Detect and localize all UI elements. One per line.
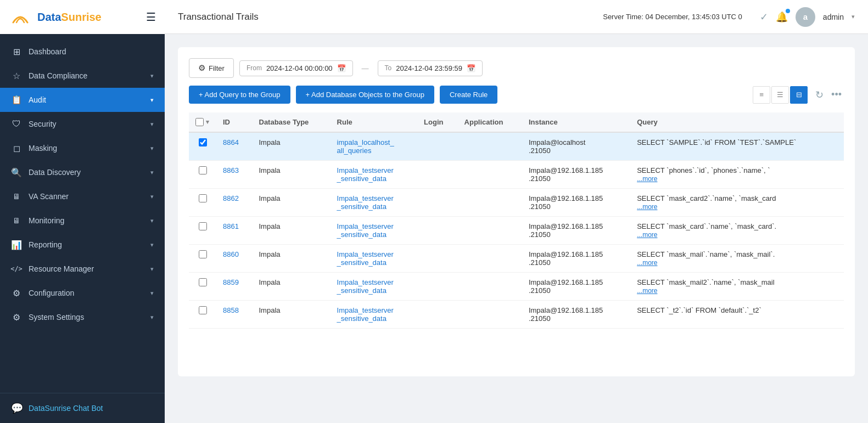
row-checkbox-cell xyxy=(189,132,216,161)
row-checkbox[interactable] xyxy=(199,222,207,230)
row-id[interactable]: 8860 xyxy=(216,245,253,273)
more-link[interactable]: ...more xyxy=(637,259,657,267)
row-rule[interactable]: Impala_testserver_sensitive_data xyxy=(331,273,418,301)
view-grid-icon[interactable]: ⊟ xyxy=(790,86,808,104)
more-link[interactable]: ...more xyxy=(637,203,657,211)
row-id[interactable]: 8861 xyxy=(216,217,253,245)
row-id[interactable]: 8859 xyxy=(216,273,253,301)
row-rule[interactable]: Impala_testserver_sensitive_data xyxy=(331,161,418,189)
row-rule-link[interactable]: Impala_testserver_sensitive_data xyxy=(337,250,394,267)
calendar-icon[interactable]: 📅 xyxy=(337,64,346,72)
row-id-link[interactable]: 8859 xyxy=(223,278,239,286)
sidebar-item-label: Security xyxy=(29,120,144,128)
more-options-icon[interactable]: ••• xyxy=(829,87,844,103)
sidebar-item-dashboard[interactable]: ⊞ Dashboard xyxy=(0,40,165,64)
sidebar-item-masking[interactable]: ◻ Masking ▾ xyxy=(0,136,165,160)
view-list-icon[interactable]: ≡ xyxy=(753,86,770,104)
view-compact-icon[interactable]: ☰ xyxy=(771,86,789,104)
more-link[interactable]: ...more xyxy=(637,175,657,183)
chevron-down-icon: ▾ xyxy=(150,193,154,200)
row-application xyxy=(458,132,522,161)
row-rule[interactable]: impala_localhost_all_queries xyxy=(331,132,418,161)
row-checkbox-cell xyxy=(189,245,216,273)
add-query-button[interactable]: + Add Query to the Group xyxy=(189,86,290,104)
row-checkbox[interactable] xyxy=(199,278,207,286)
refresh-icon[interactable]: ↻ xyxy=(813,87,826,103)
row-rule[interactable]: Impala_testserver_sensitive_data xyxy=(331,189,418,217)
chevron-down-icon: ▾ xyxy=(150,290,154,297)
row-login xyxy=(417,245,458,273)
sidebar-item-reporting[interactable]: 📊 Reporting ▾ xyxy=(0,233,165,257)
row-rule-link[interactable]: Impala_testserver_sensitive_data xyxy=(337,194,394,211)
row-instance: Impala@localhost.21050 xyxy=(522,132,630,161)
more-link[interactable]: ...more xyxy=(637,231,657,239)
sidebar-item-label: System Settings xyxy=(29,313,144,322)
sidebar-item-data-compliance[interactable]: ☆ Data Compliance ▾ xyxy=(0,64,165,88)
more-link[interactable]: ...more xyxy=(637,287,657,295)
row-rule-link[interactable]: Impala_testserver_sensitive_data xyxy=(337,166,394,183)
row-application xyxy=(458,189,522,217)
row-query: SELECT `_t2`.`id` FROM `default`.`_t2` xyxy=(630,301,844,329)
row-application xyxy=(458,217,522,245)
row-checkbox[interactable] xyxy=(199,194,207,202)
chatbot-link[interactable]: 💬 DataSunrise Chat Bot xyxy=(0,393,165,423)
logo-icon xyxy=(9,7,32,27)
row-rule-link[interactable]: Impala_testserver_sensitive_data xyxy=(337,278,394,295)
sidebar-item-monitoring[interactable]: 🖥 Monitoring ▾ xyxy=(0,208,165,233)
admin-chevron-icon[interactable]: ▾ xyxy=(852,13,855,20)
add-database-objects-button[interactable]: + Add Database Objects to the Group xyxy=(296,86,434,104)
admin-name[interactable]: admin xyxy=(823,13,844,21)
create-rule-button[interactable]: Create Rule xyxy=(440,86,497,104)
chatbot-label: DataSunrise Chat Bot xyxy=(29,404,103,413)
row-rule-link[interactable]: Impala_testserver_sensitive_data xyxy=(337,306,394,323)
sidebar-item-data-discovery[interactable]: 🔍 Data Discovery ▾ xyxy=(0,160,165,184)
row-id-link[interactable]: 8864 xyxy=(223,138,239,146)
select-all-checkbox[interactable] xyxy=(195,118,204,126)
row-checkbox[interactable] xyxy=(199,166,207,174)
row-instance: Impala@192.168.1.185.21050 xyxy=(522,301,630,329)
sidebar-item-audit[interactable]: 📋 Audit ▾ xyxy=(0,88,165,112)
row-instance: Impala@192.168.1.185.21050 xyxy=(522,273,630,301)
row-rule[interactable]: Impala_testserver_sensitive_data xyxy=(331,217,418,245)
row-rule[interactable]: Impala_testserver_sensitive_data xyxy=(331,301,418,329)
sidebar-toggle-icon[interactable]: ☰ xyxy=(146,10,156,24)
row-id[interactable]: 8863 xyxy=(216,161,253,189)
sidebar-item-label: VA Scanner xyxy=(29,192,144,201)
row-id[interactable]: 8862 xyxy=(216,189,253,217)
bell-icon[interactable]: 🔔 xyxy=(776,11,788,23)
row-checkbox-cell xyxy=(189,161,216,189)
sidebar-item-configuration[interactable]: ⚙ Configuration ▾ xyxy=(0,281,165,305)
row-checkbox[interactable] xyxy=(199,138,207,146)
row-db-type: Impala xyxy=(253,301,331,329)
row-id-link[interactable]: 8860 xyxy=(223,250,239,258)
row-checkbox-cell xyxy=(189,273,216,301)
calendar-icon[interactable]: 📅 xyxy=(467,64,475,72)
row-id[interactable]: 8858 xyxy=(216,301,253,329)
sidebar-item-resource-manager[interactable]: </> Resource Manager ▾ xyxy=(0,257,165,281)
row-checkbox[interactable] xyxy=(199,250,207,258)
sidebar-item-system-settings[interactable]: ⚙ System Settings ▾ xyxy=(0,305,165,329)
check-icon[interactable]: ✓ xyxy=(760,11,768,23)
date-separator: — xyxy=(362,64,369,72)
to-date-input[interactable]: To 2024-12-04 23:59:59 📅 xyxy=(378,60,483,76)
row-rule[interactable]: Impala_testserver_sensitive_data xyxy=(331,245,418,273)
select-all-chevron[interactable]: ▾ xyxy=(206,119,209,126)
table-row: 8859ImpalaImpala_testserver_sensitive_da… xyxy=(189,273,844,301)
chevron-down-icon: ▾ xyxy=(150,72,154,80)
row-id-link[interactable]: 8858 xyxy=(223,306,239,314)
sidebar-item-security[interactable]: 🛡 Security ▾ xyxy=(0,112,165,136)
row-instance: Impala@192.168.1.185.21050 xyxy=(522,189,630,217)
sidebar-item-va-scanner[interactable]: 🖥 VA Scanner ▾ xyxy=(0,184,165,208)
row-id-link[interactable]: 8863 xyxy=(223,166,239,174)
action-bar: + Add Query to the Group + Add Database … xyxy=(189,86,844,104)
chevron-down-icon: ▾ xyxy=(150,145,154,152)
row-id[interactable]: 8864 xyxy=(216,132,253,161)
filter-button[interactable]: ⚙ Filter xyxy=(189,58,234,78)
sidebar: DataSunrise ☰ ⊞ Dashboard ☆ Data Complia… xyxy=(0,0,165,423)
row-id-link[interactable]: 8861 xyxy=(223,222,239,230)
row-rule-link[interactable]: impala_localhost_all_queries xyxy=(337,138,394,155)
from-date-input[interactable]: From 2024-12-04 00:00:00 📅 xyxy=(239,60,353,76)
row-rule-link[interactable]: Impala_testserver_sensitive_data xyxy=(337,222,394,239)
row-id-link[interactable]: 8862 xyxy=(223,194,239,202)
row-checkbox[interactable] xyxy=(199,306,207,314)
